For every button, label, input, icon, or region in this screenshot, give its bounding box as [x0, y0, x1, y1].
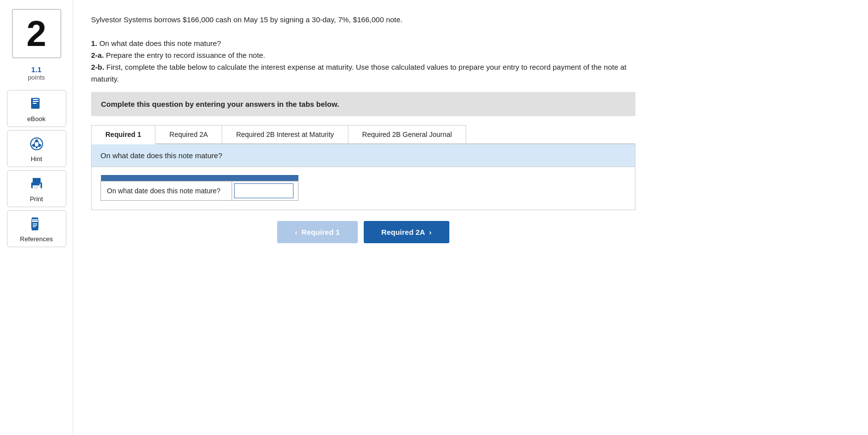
svg-line-12	[35, 146, 36, 147]
main-content: Sylvestor Systems borrows $166,000 cash …	[73, 0, 868, 435]
tab-required2a[interactable]: Required 2A	[155, 125, 222, 143]
problem-part1-label: 1.	[91, 39, 97, 47]
problem-part1-text: On what date does this note mature?	[99, 39, 221, 47]
references-tool[interactable]: References	[7, 210, 66, 247]
answer-input[interactable]	[234, 183, 293, 198]
references-label: References	[20, 235, 52, 243]
points-section: 1.1 points	[28, 65, 45, 81]
problem-part1: 1. On what date does this note mature?	[91, 38, 635, 49]
question-number: 2	[26, 13, 46, 54]
prev-label: Required 1	[301, 228, 340, 236]
table-row: On what date does this note mature?	[101, 181, 298, 200]
hint-icon	[28, 135, 45, 152]
table-question-cell: On what date does this note mature?	[101, 181, 232, 200]
svg-rect-25	[33, 225, 37, 226]
table-input-cell[interactable]	[232, 181, 298, 200]
sidebar: 2 1.1 points eBook	[0, 0, 73, 435]
references-icon	[28, 216, 45, 232]
hint-label: Hint	[31, 155, 42, 163]
svg-point-6	[35, 139, 38, 142]
svg-rect-3	[33, 103, 37, 104]
svg-line-13	[37, 146, 39, 147]
print-icon	[28, 175, 45, 192]
nav-buttons: ‹ Required 1 Required 2A ›	[91, 221, 635, 243]
ebook-tool[interactable]: eBook	[7, 90, 66, 127]
problem-part2a-label: 2-a.	[91, 51, 104, 59]
svg-rect-23	[32, 222, 38, 230]
svg-rect-18	[34, 188, 38, 189]
next-label: Required 2A	[382, 228, 425, 236]
print-tool[interactable]: Print	[7, 170, 66, 207]
problem-part2a-text: Prepare the entry to record issuance of …	[106, 51, 265, 59]
tab-content-area: On what date does this note mature? On w…	[91, 144, 635, 210]
question-number-box: 2	[12, 9, 61, 58]
svg-rect-16	[33, 185, 41, 189]
points-value: 1.1	[28, 65, 45, 74]
problem-part2a: 2-a. Prepare the entry to record issuanc…	[91, 49, 635, 61]
problem-main-text: Sylvestor Systems borrows $166,000 cash …	[91, 14, 635, 26]
problem-part2b-label: 2-b.	[91, 63, 104, 71]
next-chevron: ›	[429, 228, 432, 236]
tab-required2b-journal[interactable]: Required 2B General Journal	[348, 125, 466, 143]
problem-description: Sylvestor Systems borrows $166,000 cash …	[91, 14, 635, 85]
ebook-label: eBook	[27, 115, 46, 123]
problem-part2b-text: First, complete the table below to calcu…	[91, 63, 627, 83]
svg-rect-14	[33, 178, 41, 183]
svg-rect-17	[34, 186, 40, 187]
instruction-text: Complete this question by entering your …	[101, 100, 339, 108]
svg-rect-24	[33, 223, 37, 224]
instruction-box: Complete this question by entering your …	[91, 92, 635, 116]
tabs-container: Required 1 Required 2A Required 2B Inter…	[91, 125, 635, 144]
book-icon	[28, 95, 45, 112]
tab-question-row: On what date does this note mature?	[92, 144, 635, 167]
tab-required1[interactable]: Required 1	[91, 125, 155, 144]
tab-required2b-interest[interactable]: Required 2B Interest at Maturity	[222, 125, 348, 143]
tab-question-text: On what date does this note mature?	[100, 151, 222, 160]
svg-rect-2	[33, 101, 39, 102]
prev-button[interactable]: ‹ Required 1	[277, 221, 358, 243]
points-label: points	[28, 74, 45, 81]
next-button[interactable]: Required 2A ›	[364, 221, 449, 243]
svg-rect-26	[33, 226, 36, 227]
answer-table: On what date does this note mature?	[100, 175, 298, 201]
prev-chevron: ‹	[295, 228, 297, 236]
svg-point-19	[39, 184, 41, 185]
table-header-row	[101, 175, 298, 181]
tab-body: On what date does this note mature?	[92, 167, 635, 210]
svg-rect-1	[33, 99, 39, 100]
svg-rect-4	[31, 98, 32, 109]
problem-part2b: 2-b. First, complete the table below to …	[91, 61, 635, 85]
print-label: Print	[30, 195, 43, 203]
hint-tool[interactable]: Hint	[7, 130, 66, 167]
